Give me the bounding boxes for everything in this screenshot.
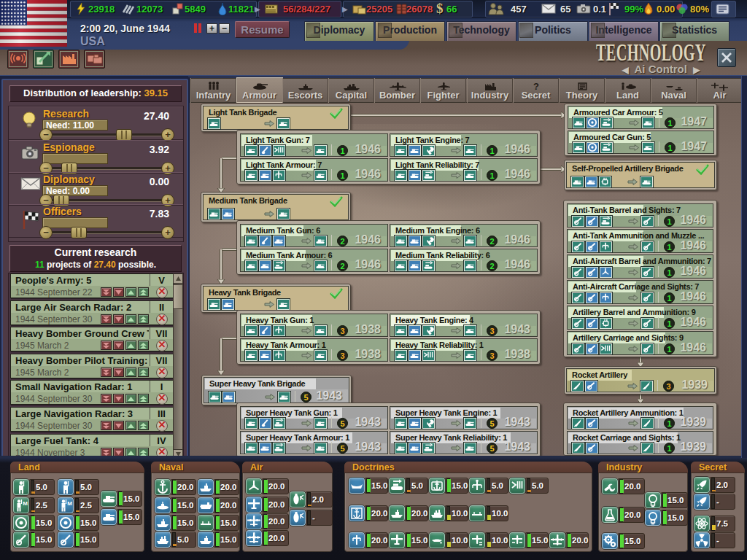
svg-text:M: M bbox=[23, 500, 28, 507]
svg-text:M: M bbox=[67, 500, 72, 507]
